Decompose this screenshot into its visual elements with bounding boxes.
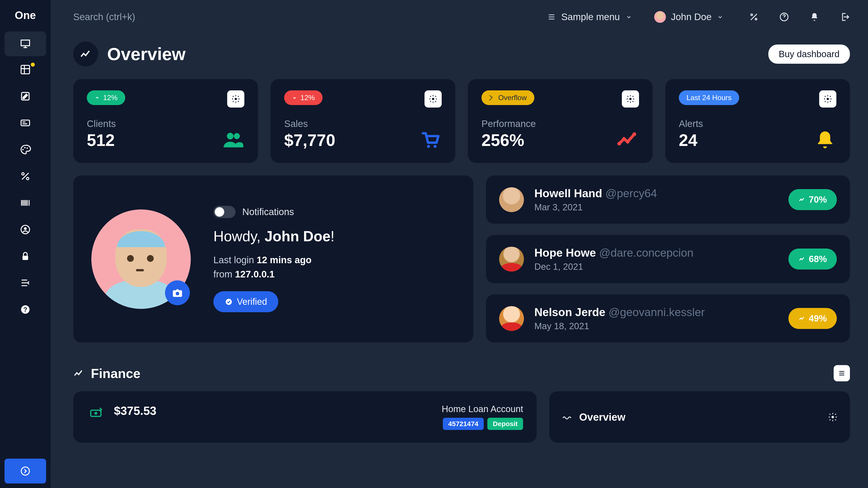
sample-menu-dropdown[interactable]: Sample menu (547, 11, 632, 22)
svg-point-34 (94, 412, 97, 415)
gear-icon[interactable] (828, 412, 838, 422)
nav-dashboard[interactable] (4, 31, 46, 56)
gear-icon (823, 94, 832, 103)
svg-point-24 (629, 98, 631, 100)
bell-yellow-icon (814, 129, 836, 152)
clients-list: Howell Hand @percy64 Mar 3, 2021 70% (486, 175, 850, 343)
bell-icon[interactable] (809, 12, 819, 22)
verified-badge: Verified (213, 291, 278, 312)
barcode-icon (20, 197, 31, 208)
client-name: Hope Howe @dare.concepcion (534, 246, 778, 259)
buy-dashboard-button[interactable]: Buy dashboard (768, 44, 850, 64)
clients-settings-button[interactable] (227, 90, 244, 107)
percent-icon (20, 170, 31, 182)
client-row[interactable]: Howell Hand @percy64 Mar 3, 2021 70% (486, 175, 850, 224)
avatar-icon (499, 306, 524, 331)
stat-card-alerts: Last 24 Hours Alerts 24 (665, 79, 850, 163)
svg-point-23 (489, 96, 491, 100)
nav-collapse[interactable] (0, 269, 51, 296)
alerts-label: Alerts (679, 119, 836, 129)
svg-point-26 (622, 137, 626, 141)
avatar-icon (499, 247, 524, 271)
logout-icon[interactable] (839, 12, 850, 22)
chevron-down-icon (717, 13, 724, 21)
alerts-settings-button[interactable] (819, 90, 836, 107)
svg-point-35 (832, 416, 834, 418)
nav-barcode[interactable] (0, 190, 51, 216)
notifications-toggle[interactable] (213, 206, 236, 218)
client-pct-pill: 68% (788, 249, 837, 269)
card-icon (20, 117, 31, 129)
sales-label: Sales (284, 119, 442, 129)
account-icon (20, 224, 31, 235)
grid-icon (20, 64, 31, 75)
page-title: Overview (107, 44, 186, 64)
svg-point-5 (26, 148, 28, 149)
svg-point-28 (632, 132, 636, 136)
alerts-pill: Last 24 Hours (679, 90, 739, 105)
chevron-up-icon (94, 95, 100, 101)
nav-help[interactable]: ? (0, 296, 51, 323)
finance-overview-panel: Overview (549, 391, 850, 443)
nav-lock[interactable] (0, 243, 51, 269)
lock-icon (20, 251, 31, 262)
nav-styles[interactable] (0, 136, 51, 163)
change-avatar-button[interactable] (165, 281, 190, 305)
svg-point-18 (227, 133, 234, 139)
svg-point-3 (22, 149, 24, 150)
sidebar-action-button[interactable] (4, 459, 46, 484)
client-row[interactable]: Hope Howe @dare.concepcion Dec 1, 2021 6… (486, 235, 850, 283)
finance-menu-button[interactable] (834, 365, 850, 381)
nav-forms[interactable] (0, 83, 51, 109)
help-circle-icon[interactable] (779, 12, 789, 22)
nav-percent[interactable] (0, 163, 51, 190)
stats-row: 12% Clients 512 12% (73, 79, 850, 163)
camera-icon (171, 287, 184, 299)
sales-settings-button[interactable] (425, 90, 442, 107)
topbar: Search (ctrl+k) Sample menu John Doe (73, 0, 850, 34)
app-logo: One (0, 9, 51, 31)
avatar-icon (654, 11, 666, 23)
nav-tables[interactable] (0, 56, 51, 83)
greeting-text: Howdy, John Doe! (213, 228, 455, 245)
gear-icon (429, 94, 438, 103)
trend-icon (73, 368, 84, 379)
trend-up-icon (798, 196, 805, 203)
svg-point-25 (617, 142, 621, 145)
client-date: May 18, 2021 (534, 321, 778, 331)
search-input[interactable]: Search (ctrl+k) (73, 11, 538, 22)
client-name: Nelson Jerde @geovanni.kessler (534, 306, 778, 319)
main-content: Search (ctrl+k) Sample menu John Doe (51, 0, 868, 488)
menu-icon (547, 13, 556, 21)
users-icon (222, 129, 244, 152)
avatar-icon (499, 187, 524, 212)
trend-up-icon (798, 256, 805, 263)
client-row[interactable]: Nelson Jerde @geovanni.kessler May 18, 2… (486, 294, 850, 343)
palette-icon (20, 144, 31, 155)
finance-account-label: Home Loan Account (442, 404, 523, 414)
login-info: Last login 12 mins ago from 127.0.0.1 (213, 253, 455, 281)
performance-settings-button[interactable] (622, 90, 639, 107)
svg-point-19 (234, 133, 240, 139)
svg-rect-0 (21, 65, 30, 74)
check-badge-icon (225, 298, 233, 306)
svg-point-31 (176, 292, 179, 295)
sales-value: $7,770 (284, 131, 442, 150)
svg-rect-2 (21, 120, 30, 126)
clients-trend-pill: 12% (87, 90, 125, 105)
finance-header: Finance (73, 365, 850, 381)
client-pct-pill: 70% (788, 189, 837, 210)
collapse-icon (20, 277, 31, 289)
nav-profile[interactable] (0, 216, 51, 243)
alerts-value: 24 (679, 131, 836, 150)
nav-ui[interactable] (0, 109, 51, 136)
svg-text:?: ? (23, 306, 27, 313)
finance-amount: $375.53 (114, 404, 156, 418)
user-menu-dropdown[interactable]: John Doe (654, 11, 724, 23)
sales-trend-pill: 12% (284, 90, 322, 105)
stat-card-performance: Overflow Performance 256% (468, 79, 653, 163)
chevron-circle-icon (20, 466, 31, 477)
svg-point-22 (434, 145, 436, 148)
percent-icon[interactable] (749, 12, 759, 22)
clients-value: 512 (87, 131, 244, 150)
